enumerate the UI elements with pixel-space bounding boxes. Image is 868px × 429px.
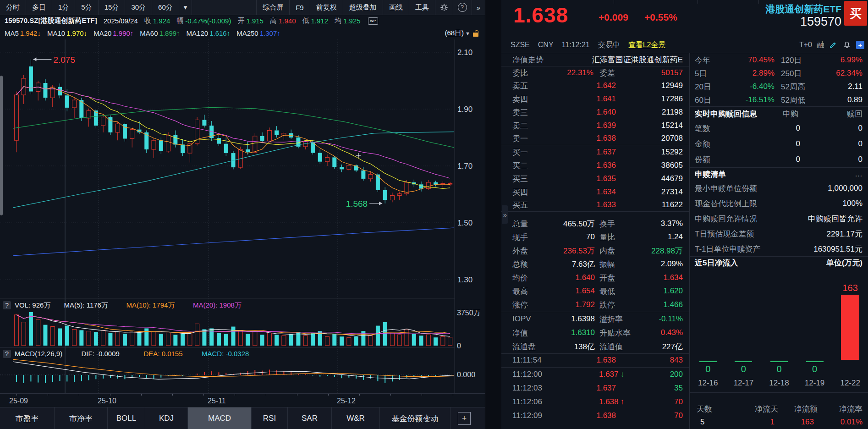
tick-time: 11:12:00 [512,370,542,379]
buy-button[interactable]: 买 [844,1,867,26]
redeem-more-icon[interactable]: … [855,170,863,179]
stat-label: 总额 [512,259,528,270]
period-tab-1分[interactable]: 1分 [52,0,75,15]
lock-icon[interactable] [473,33,478,37]
subscription-row-份额: 份额00 [690,152,868,167]
tick-volume: 35 [674,384,683,393]
book-row-买三[interactable]: 买三1.63544679 [501,172,689,185]
toolbar: 分时多日1分5分15分30分60分▾ 综合屏F9前复权超级叠加画线工具?» [0,0,485,15]
axis-tick [297,394,297,396]
tab-基金份额变动[interactable]: 基金份额变动 [380,407,450,429]
bell-icon[interactable] [842,40,852,50]
settings-gear-icon[interactable] [435,0,453,15]
tool-button-画线[interactable]: 画线 [383,0,409,15]
ma120-line [13,132,454,208]
netflow-footer-header-净流额: 净流额 [794,404,818,414]
help-icon[interactable]: ? [453,0,472,15]
panel-splitter[interactable]: » [485,0,502,429]
netflow-header: 近5日净流入单位(万元) [690,257,868,269]
volume-header: ?VOL: 926万MA(5): 1176万MA(10): 1794万MA(20… [3,301,242,309]
period-tab-分时[interactable]: 分时 [0,0,26,15]
svg-text:DEA: 0.0155: DEA: 0.0155 [144,350,183,358]
netvalue-value: 汇添富国证港股通创新药E [592,55,683,65]
add-indicator-icon[interactable]: + [458,412,471,425]
tab-市盈率[interactable]: 市盈率 [0,407,55,429]
tab-W&R[interactable]: W&R [332,407,380,429]
tool-button-工具[interactable]: 工具 [409,0,435,15]
book-row-买五[interactable]: 买五1.63311622 [501,198,689,212]
book-row-卖四[interactable]: 卖四1.64117286 [501,92,689,105]
wp-monitor-icon[interactable]: WP [368,17,378,25]
range-dropdown-icon[interactable]: ▼ [465,31,470,36]
book-volume: 44679 [661,174,683,183]
period-tab-15分[interactable]: 15分 [99,0,126,15]
more-tools-icon[interactable]: » [472,0,485,15]
tool-button-F9[interactable]: F9 [289,0,310,15]
period-dropdown-icon[interactable]: ▾ [179,0,192,15]
period-tab-多日[interactable]: 多日 [26,0,52,15]
book-row-买四[interactable]: 买四1.63427314 [501,185,689,198]
netflow-zero-dash [735,361,752,362]
collapse-handle-icon[interactable]: » [502,205,508,224]
stat-value2: -0.11% [659,314,683,324]
add-icon[interactable]: + [856,41,864,49]
scrollbar[interactable] [0,76,3,215]
netflow-bar [841,295,859,360]
netflow-bar-label: 163 [836,283,864,293]
period-tab-5分[interactable]: 5分 [75,0,98,15]
range-label[interactable]: (68日) [445,29,464,38]
tool-button-综合屏[interactable]: 综合屏 [256,0,289,15]
stat-value2: 1.466 [663,300,683,309]
period-tab-30分[interactable]: 30分 [125,0,152,15]
book-row-卖一[interactable]: 卖一1.63820708 [501,132,689,145]
redeem-row: 申购赎回允许情况申购赎回皆允许 [690,211,868,226]
book-volume: 15214 [661,121,683,130]
l2-link[interactable]: 查看L2全景 [628,40,666,50]
stat-value: 138亿 [574,341,595,352]
edit-icon[interactable] [829,40,838,50]
tab-市净率[interactable]: 市净率 [55,407,108,429]
period-tabs: 分时多日1分5分15分30分60分▾ [0,0,192,15]
kline-chart[interactable]: 2.101.901.701.501.302.0751.568?VOL: 926万… [0,39,485,393]
book-row-卖三[interactable]: 卖三1.64021198 [501,105,689,119]
tab-MACD[interactable]: MACD [188,407,252,429]
book-price: 1.641 [596,94,616,104]
quote-panel: 1.638 +0.009 +0.55% 港股通创新药ETF 159570 买 S… [501,0,868,429]
tab-SAR[interactable]: SAR [288,407,332,429]
book-row-买二[interactable]: 买二1.63638605 [501,159,689,172]
netflow-zero-label: 0 [806,364,824,374]
tool-button-前复权[interactable]: 前复权 [310,0,343,15]
netvalue-row[interactable]: 净值走势汇添富国证港股通创新药E [501,53,689,66]
book-row-买一[interactable]: 买一1.63715292 [501,145,689,159]
svg-text:1.70: 1.70 [457,162,472,170]
tool-button-超级叠加[interactable]: 超级叠加 [343,0,383,15]
svg-text:2.10: 2.10 [457,48,472,57]
sub-sell-value: 0 [858,139,863,148]
ma-item-MA5: MA51.942↓ [5,29,41,37]
tab-KDJ[interactable]: KDJ [145,407,188,429]
book-row-卖五[interactable]: 卖五1.64212949 [501,79,689,92]
return-value2: 6.99% [841,55,863,65]
x-axis: 25-0925-1025-1125-12 [0,393,485,407]
netvalue-label: 净值走势 [512,55,544,65]
axis-tick [203,394,204,396]
market-status: 交易中 [598,40,620,50]
redeem-label: 申购赎回允许情况 [695,213,757,224]
tab-RSI[interactable]: RSI [252,407,288,429]
weibi-value: 22.31% [567,68,593,77]
book-row-卖二[interactable]: 卖二1.63915214 [501,119,689,132]
axis-tick [422,394,422,396]
svg-text:MACD: -0.0328: MACD: -0.0328 [202,350,249,358]
chart-annotations: 2.0751.568 [33,55,382,209]
stat-label: 净值 [512,327,528,338]
tick-price: 1.637 [596,384,616,393]
crosshair-marker [356,153,361,158]
book-price: 1.636 [596,161,616,170]
subscription-row-金额: 金额00 [690,136,868,152]
stat-label2: 开盘 [599,272,615,283]
netflow-footer: 天数净流天净流额净流率511630.01% [690,393,868,429]
tab-BOLL[interactable]: BOLL [108,407,145,429]
return-value2: 0.89 [847,95,863,104]
period-tab-60分[interactable]: 60分 [152,0,179,15]
book-price: 1.637 [596,148,616,157]
